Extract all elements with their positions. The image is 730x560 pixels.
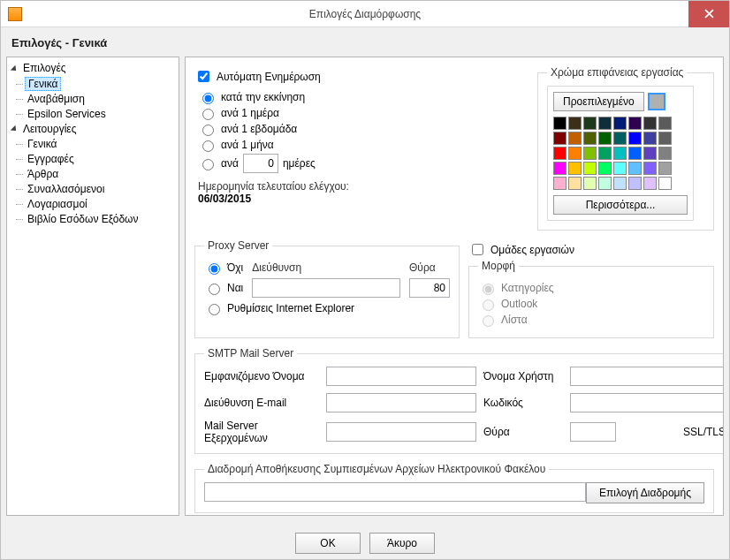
tree-node-accounts[interactable]: Λογαριασμοί [25, 198, 90, 210]
color-more-button[interactable]: Περισσότερα... [553, 195, 688, 215]
smtp-outgoing-input[interactable] [326, 422, 476, 442]
color-swatch[interactable] [658, 117, 672, 130]
color-swatch[interactable] [628, 162, 642, 175]
window-title: Επιλογές Διαμόρφωσης [1, 8, 729, 20]
color-swatch[interactable] [598, 117, 612, 130]
color-swatch[interactable] [658, 147, 672, 160]
proxy-yes-radio[interactable]: Ναι [204, 281, 243, 295]
smtp-display-name-label: Εμφανιζόμενο Όνομα [204, 370, 319, 382]
color-swatch[interactable] [583, 177, 597, 190]
color-swatch[interactable] [643, 132, 657, 145]
nav-tree[interactable]: Επιλογές Γενικά Αναβάθμιση Epsilon Servi… [6, 57, 179, 516]
smtp-outgoing-label: Mail Server Εξερχομένων [204, 420, 319, 444]
color-swatch[interactable] [598, 177, 612, 190]
smtp-display-name-input[interactable] [326, 367, 476, 386]
close-icon [704, 9, 714, 19]
proxy-address-input[interactable] [252, 278, 400, 298]
update-daily-radio[interactable]: ανά 1 ημέρα [198, 106, 525, 120]
color-swatch[interactable] [553, 177, 567, 190]
tree-node-func-general[interactable]: Γενικά [25, 138, 59, 150]
color-swatch[interactable] [583, 147, 597, 160]
color-swatch[interactable] [613, 117, 627, 130]
smtp-email-label: Διεύθυνση E-mail [204, 397, 319, 409]
ok-button[interactable]: OK [295, 533, 361, 554]
workgroups-input[interactable] [472, 244, 483, 255]
color-default-button[interactable]: Προεπιλεγμένο [553, 92, 644, 111]
color-swatch[interactable] [613, 132, 627, 145]
color-swatch[interactable] [643, 162, 657, 175]
smtp-password-input[interactable] [570, 393, 724, 412]
content-panel: Αυτόματη Ενημέρωση κατά την εκκίνηση ανά… [185, 57, 724, 516]
color-swatch[interactable] [643, 147, 657, 160]
update-every-radio[interactable]: ανά ημέρες [198, 154, 525, 173]
color-swatch[interactable] [628, 132, 642, 145]
update-startup-radio[interactable]: κατά την εκκίνηση [198, 90, 525, 104]
color-swatch[interactable] [598, 162, 612, 175]
smtp-ssl-label: SSL/TLS [683, 426, 724, 438]
color-swatch[interactable] [583, 117, 597, 130]
chevron-down-icon[interactable] [11, 64, 19, 72]
last-check-value: 06/03/2015 [198, 193, 251, 205]
color-swatch[interactable] [568, 117, 582, 130]
color-swatch[interactable] [613, 162, 627, 175]
update-monthly-radio[interactable]: ανά 1 μήνα [198, 138, 525, 152]
proxy-address-label: Διεύθυνση [252, 261, 400, 274]
color-swatch[interactable] [583, 132, 597, 145]
tree-node-upgrade[interactable]: Αναβάθμιση [25, 93, 87, 105]
tree-node-records[interactable]: Εγγραφές [25, 153, 77, 165]
update-weekly-radio[interactable]: ανά 1 εβδομάδα [198, 122, 525, 136]
color-swatch[interactable] [658, 177, 672, 190]
tree-node-partners[interactable]: Συναλλασόμενοι [25, 183, 107, 195]
tree-node-epsilon-services[interactable]: Epsilon Services [25, 108, 109, 120]
cancel-button[interactable]: Άκυρο [369, 533, 435, 554]
smtp-port-input[interactable] [570, 422, 616, 442]
color-swatch[interactable] [568, 132, 582, 145]
smtp-email-input[interactable] [326, 393, 476, 412]
color-current-swatch[interactable] [648, 93, 665, 110]
auto-update-checkbox[interactable]: Αυτόματη Ενημέρωση [194, 68, 525, 85]
tree-node-functions[interactable]: Λειτουργίες [20, 122, 79, 137]
path-input[interactable] [204, 482, 586, 502]
tree-node-general[interactable]: Γενικά [25, 77, 61, 91]
tree-node-income-expense[interactable]: Βιβλίο Εσόδων Εξόδων [25, 213, 141, 225]
color-swatch[interactable] [583, 162, 597, 175]
color-swatch[interactable] [553, 147, 567, 160]
close-button[interactable] [688, 1, 729, 27]
color-swatch[interactable] [568, 162, 582, 175]
color-swatch[interactable] [568, 177, 582, 190]
color-swatch[interactable] [643, 117, 657, 130]
color-swatch[interactable] [553, 117, 567, 130]
tree-node-options[interactable]: Επιλογές [20, 61, 69, 76]
color-swatch[interactable] [568, 147, 582, 160]
titlebar: Επιλογές Διαμόρφωσης [1, 1, 729, 27]
color-swatch[interactable] [598, 132, 612, 145]
workgroups-checkbox[interactable]: Ομάδες εργασιών [468, 241, 714, 258]
auto-update-input[interactable] [198, 71, 209, 82]
color-swatch[interactable] [643, 177, 657, 190]
color-swatch[interactable] [553, 162, 567, 175]
color-swatch[interactable] [658, 132, 672, 145]
path-browse-button[interactable]: Επιλογή Διαδρομής [586, 482, 704, 503]
proxy-port-input[interactable] [409, 278, 450, 298]
color-swatch[interactable] [628, 147, 642, 160]
tree-node-articles[interactable]: Άρθρα [25, 168, 61, 180]
proxy-no-radio[interactable]: Όχι [204, 261, 243, 275]
color-swatch[interactable] [613, 177, 627, 190]
color-swatch[interactable] [553, 132, 567, 145]
page-title: Επιλογές - Γενικά [6, 33, 724, 57]
proxy-legend: Proxy Server [204, 239, 272, 252]
color-swatch[interactable] [628, 117, 642, 130]
form-outlook-radio: Outlook [478, 297, 704, 311]
form-list-radio: Λίστα [478, 313, 704, 327]
proxy-ie-radio[interactable]: Ρυθμίσεις Internet Explorer [204, 301, 450, 315]
chevron-down-icon[interactable] [11, 125, 19, 133]
update-every-days-input[interactable] [243, 154, 278, 173]
color-swatch[interactable] [628, 177, 642, 190]
smtp-password-label: Κωδικός [483, 397, 563, 409]
path-group: Διαδρομή Αποθήκευσης Συμπιεσμένων Αρχείω… [194, 463, 714, 513]
smtp-username-label: Όνομα Χρήστη [483, 370, 563, 382]
color-swatch[interactable] [658, 162, 672, 175]
smtp-username-input[interactable] [570, 367, 724, 386]
color-swatch[interactable] [613, 147, 627, 160]
color-swatch[interactable] [598, 147, 612, 160]
